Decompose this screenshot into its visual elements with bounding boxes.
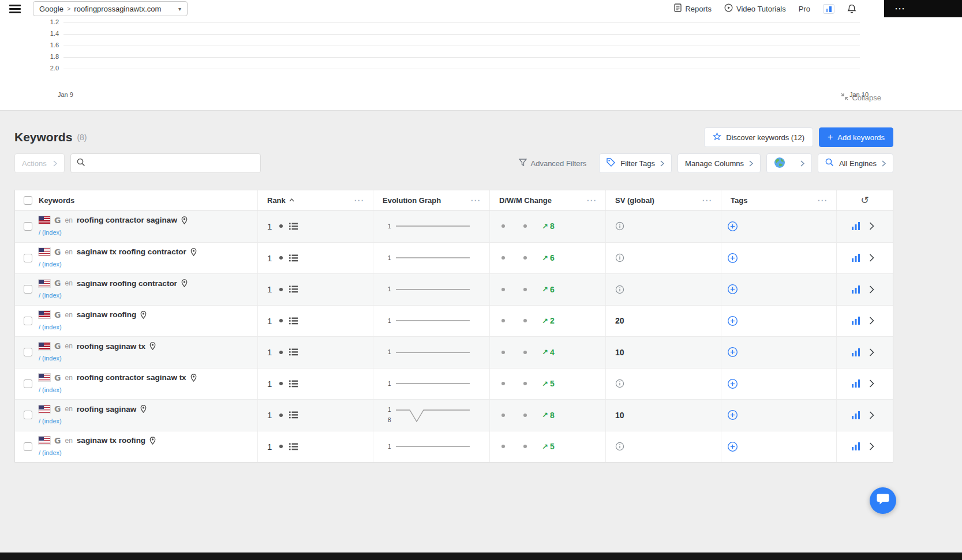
keyword-text[interactable]: saginaw roofing contractor (77, 279, 177, 288)
add-tag-icon[interactable] (727, 347, 738, 358)
row-expand-chevron-icon[interactable] (869, 254, 874, 262)
reset-icon[interactable]: ↺ (860, 194, 869, 206)
browser-extension-overlay[interactable]: ⋯ (884, 0, 962, 17)
row-expand-chevron-icon[interactable] (869, 442, 874, 450)
context-dropdown[interactable]: Google > roofingprossaginawtx.com ▾ (33, 1, 188, 16)
keyword-url-link[interactable]: / (index) (39, 418, 62, 424)
add-tag-icon[interactable] (727, 284, 738, 295)
chat-widget-button[interactable] (870, 487, 896, 514)
add-tag-icon[interactable] (727, 221, 738, 232)
keyword-url-link[interactable]: / (index) (39, 386, 62, 393)
column-menu-icon[interactable]: ⋯ (586, 196, 596, 205)
keyword-url-link[interactable]: / (index) (39, 355, 62, 362)
keyword-cell: G en saginaw roofing / (index) (15, 306, 257, 337)
keyword-url-link[interactable]: / (index) (39, 324, 62, 330)
sv-header-label[interactable]: SV (global) (615, 196, 654, 205)
collapse-chart-button[interactable]: Collapse (841, 93, 881, 102)
serp-list-icon[interactable] (289, 380, 298, 388)
search-input[interactable] (90, 159, 254, 168)
sort-ascending-icon[interactable] (289, 198, 294, 202)
notifications-bell-icon[interactable] (847, 4, 856, 14)
rank-value: 1 (267, 316, 272, 326)
serp-features-bars-icon[interactable] (852, 222, 860, 230)
serp-list-icon[interactable] (289, 443, 298, 450)
serp-list-icon[interactable] (289, 348, 298, 356)
change-header-label[interactable]: D/W/M Change (499, 196, 552, 205)
column-menu-icon[interactable]: ⋯ (470, 196, 480, 205)
row-checkbox[interactable] (24, 379, 32, 388)
manage-columns-button[interactable]: Manage Columns (677, 153, 761, 173)
pro-link[interactable]: Pro (799, 5, 810, 13)
keyword-text[interactable]: roofing saginaw (77, 405, 137, 414)
filter-tags-button[interactable]: Filter Tags (599, 153, 672, 173)
info-icon[interactable] (615, 379, 624, 388)
keyword-url-link[interactable]: / (index) (39, 449, 62, 456)
row-checkbox[interactable] (24, 285, 32, 294)
keyword-text[interactable]: saginaw roofing (77, 310, 137, 319)
add-tag-icon[interactable] (727, 441, 738, 452)
all-engines-button[interactable]: All Engines (818, 153, 893, 173)
row-checkbox[interactable] (24, 442, 32, 451)
keyword-text[interactable]: saginaw tx roofing (77, 436, 145, 445)
row-checkbox[interactable] (24, 254, 32, 262)
add-tag-icon[interactable] (727, 409, 738, 420)
keyword-url-link[interactable]: / (index) (39, 261, 62, 268)
serp-list-icon[interactable] (289, 317, 298, 325)
select-all-checkbox[interactable] (24, 196, 32, 205)
discover-keywords-button[interactable]: Discover keywords (12) (704, 127, 813, 147)
row-expand-chevron-icon[interactable] (869, 317, 874, 325)
row-expand-chevron-icon[interactable] (869, 222, 874, 230)
column-menu-icon[interactable]: ⋯ (817, 196, 827, 205)
info-icon[interactable] (615, 253, 624, 262)
serp-features-bars-icon[interactable] (852, 254, 860, 262)
info-icon[interactable] (615, 221, 624, 231)
keyword-text[interactable]: roofing contractor saginaw (77, 216, 177, 224)
keyword-url-link[interactable]: / (index) (39, 292, 62, 299)
add-tag-icon[interactable] (727, 378, 738, 389)
info-icon[interactable] (615, 285, 624, 294)
rank-header-label[interactable]: Rank (267, 196, 286, 205)
hamburger-menu-icon[interactable] (9, 5, 21, 13)
row-checkbox[interactable] (24, 411, 32, 419)
keyword-text[interactable]: saginaw tx roofing contractor (77, 247, 186, 256)
rank-dot-icon (279, 224, 283, 228)
keywords-header-label[interactable]: Keywords (39, 196, 74, 205)
row-checkbox[interactable] (24, 348, 32, 356)
keyword-url-link[interactable]: / (index) (39, 229, 62, 236)
row-expand-chevron-icon[interactable] (869, 285, 874, 294)
column-menu-icon[interactable]: ⋯ (354, 196, 364, 205)
serp-features-bars-icon[interactable] (852, 285, 860, 294)
serp-features-bars-icon[interactable] (852, 348, 860, 356)
row-expand-chevron-icon[interactable] (869, 411, 874, 419)
serp-list-icon[interactable] (289, 411, 298, 419)
serp-features-bars-icon[interactable] (852, 379, 860, 388)
change-number: 4 (550, 348, 555, 357)
info-icon[interactable] (615, 442, 624, 451)
add-tag-icon[interactable] (727, 315, 738, 326)
keyword-block: G en saginaw tx roofing contractor / (in… (39, 247, 197, 269)
reports-link[interactable]: Reports (674, 3, 712, 14)
locale-selector-button[interactable] (766, 153, 812, 173)
serp-list-icon[interactable] (289, 254, 298, 262)
serp-features-bars-icon[interactable] (852, 442, 860, 450)
row-checkbox[interactable] (24, 317, 32, 325)
video-tutorials-link[interactable]: Video Tutorials (724, 3, 786, 14)
serp-features-bars-icon[interactable] (852, 411, 860, 419)
evolution-header-label[interactable]: Evolution Graph (383, 196, 441, 205)
keyword-text[interactable]: roofing saginaw tx (77, 342, 145, 351)
row-checkbox[interactable] (24, 222, 32, 231)
add-keywords-button[interactable]: + Add keywords (819, 127, 893, 147)
serp-list-icon[interactable] (289, 223, 298, 230)
column-menu-icon[interactable]: ⋯ (702, 196, 712, 205)
week-change-dot-icon (523, 382, 527, 385)
add-tag-icon[interactable] (727, 253, 738, 264)
serp-features-bars-icon[interactable] (852, 317, 860, 325)
row-expand-chevron-icon[interactable] (869, 379, 874, 388)
keyword-text[interactable]: roofing contractor saginaw tx (77, 373, 186, 382)
serp-list-icon[interactable] (289, 285, 298, 293)
tags-header-label[interactable]: Tags (731, 196, 747, 205)
row-expand-chevron-icon[interactable] (869, 348, 874, 356)
chevron-right-icon (660, 160, 664, 167)
actions-dropdown-button[interactable]: Actions (14, 153, 65, 173)
advanced-filters-button[interactable]: Advanced Filters (519, 159, 587, 168)
